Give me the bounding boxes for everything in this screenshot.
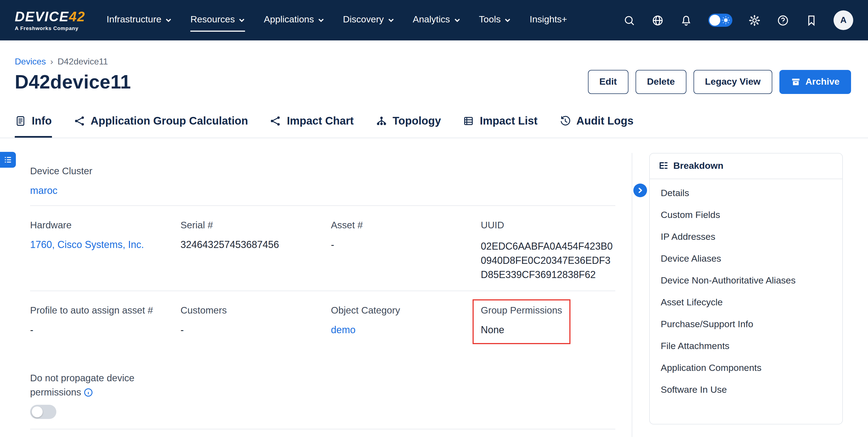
breakdown-item-details[interactable]: Details bbox=[650, 182, 842, 204]
logo-wordmark: DEVICE42 bbox=[15, 10, 85, 24]
delete-button[interactable]: Delete bbox=[636, 70, 686, 94]
hardware-info-row: Hardware 1760, Cisco Systems, Inc. Seria… bbox=[30, 206, 615, 291]
field-label: Device Cluster bbox=[30, 166, 615, 177]
bookmark-icon[interactable] bbox=[805, 14, 818, 27]
info-icon[interactable] bbox=[84, 388, 93, 397]
archive-button[interactable]: Archive bbox=[779, 70, 851, 94]
breakdown-item-ip-addresses[interactable]: IP Addresses bbox=[650, 226, 842, 248]
breakdown-item-software-in-use[interactable]: Software In Use bbox=[650, 379, 842, 401]
nav-label: Infrastructure bbox=[107, 14, 161, 25]
action-buttons: Edit Delete Legacy View Archive bbox=[588, 70, 851, 94]
tab-impact-list[interactable]: Impact List bbox=[463, 115, 537, 138]
profile-value: - bbox=[30, 325, 181, 336]
nav-item-infrastructure[interactable]: Infrastructure bbox=[107, 9, 172, 32]
nav-label: Discovery bbox=[343, 14, 384, 25]
serial-field: Serial # 324643257453687456 bbox=[181, 219, 331, 251]
breakdown-item-application-components[interactable]: Application Components bbox=[650, 357, 842, 379]
panel-divider bbox=[632, 153, 632, 437]
list-table-icon bbox=[463, 115, 474, 127]
uuid-value: 02EDC6AABFA0A454F423B00940D8FE0C20347E36… bbox=[481, 239, 615, 282]
sun-icon bbox=[721, 16, 730, 25]
avatar-initial: A bbox=[840, 15, 846, 25]
asset-value: - bbox=[331, 239, 481, 251]
tab-application-group-calculation[interactable]: Application Group Calculation bbox=[73, 115, 248, 138]
search-icon[interactable] bbox=[623, 14, 636, 27]
propagate-permissions-label-text: Do not propagate device permissions bbox=[30, 373, 134, 398]
tab-impact-chart[interactable]: Impact Chart bbox=[270, 115, 354, 138]
breakdown-item-purchase-support-info[interactable]: Purchase/Support Info bbox=[650, 313, 842, 335]
nav-label: Analytics bbox=[413, 14, 450, 25]
top-navigation-bar: DEVICE42 A Freshworks Company Infrastruc… bbox=[0, 0, 868, 40]
asset-field: Asset # - bbox=[331, 219, 481, 251]
device-info-panel: Device Cluster maroc Hardware 1760, Cisc… bbox=[30, 154, 615, 429]
customers-field: Customers - bbox=[181, 305, 331, 336]
field-label: Object Category bbox=[331, 305, 481, 316]
toggle-knob bbox=[32, 406, 43, 417]
title-row: D42device11 Edit Delete Legacy View Arch… bbox=[15, 70, 851, 94]
breakdown-title: Breakdown bbox=[673, 161, 723, 172]
gear-icon[interactable] bbox=[748, 14, 761, 27]
tab-label: Impact Chart bbox=[287, 115, 354, 127]
breakdown-item-custom-fields[interactable]: Custom Fields bbox=[650, 204, 842, 226]
theme-toggle[interactable] bbox=[708, 14, 732, 27]
group-permissions-value: None bbox=[481, 325, 562, 336]
breakdown-item-asset-lifecycle[interactable]: Asset Lifecycle bbox=[650, 292, 842, 313]
list-icon bbox=[4, 156, 12, 164]
archive-icon bbox=[790, 77, 801, 87]
breadcrumb: Devices › D42device11 bbox=[15, 57, 853, 67]
serial-value: 324643257453687456 bbox=[181, 239, 331, 251]
nav-item-resources[interactable]: Resources bbox=[190, 9, 245, 32]
customers-value: - bbox=[181, 325, 331, 336]
breakdown-item-device-non-authoritative-aliases[interactable]: Device Non-Authoritative Aliases bbox=[650, 270, 842, 292]
nav-item-insights[interactable]: Insights+ bbox=[530, 9, 567, 32]
breakdown-item-file-attachments[interactable]: File Attachments bbox=[650, 335, 842, 357]
nav-item-discovery[interactable]: Discovery bbox=[343, 9, 394, 32]
tab-label: Impact List bbox=[480, 115, 537, 127]
breadcrumb-current: D42device11 bbox=[57, 57, 108, 67]
legacy-view-button[interactable]: Legacy View bbox=[693, 70, 772, 94]
field-label: Customers bbox=[181, 305, 331, 316]
app-viewport: DEVICE42 A Freshworks Company Infrastruc… bbox=[0, 0, 868, 443]
user-avatar[interactable]: A bbox=[834, 10, 853, 30]
hardware-field: Hardware 1760, Cisco Systems, Inc. bbox=[30, 219, 181, 251]
tab-audit-logs[interactable]: Audit Logs bbox=[560, 115, 633, 138]
field-label: Asset # bbox=[331, 219, 481, 231]
tab-info[interactable]: Info bbox=[15, 115, 52, 138]
breadcrumb-separator: › bbox=[50, 57, 53, 67]
propagate-permissions-field: Do not propagate device permissions bbox=[30, 371, 615, 419]
collapse-panel-button[interactable] bbox=[633, 183, 647, 197]
field-label: UUID bbox=[481, 219, 615, 231]
detail-tabs: Info Application Group Calculation Impac… bbox=[0, 105, 868, 138]
logo-text-42: 42 bbox=[69, 9, 85, 24]
hardware-link[interactable]: 1760, Cisco Systems, Inc. bbox=[30, 239, 181, 251]
propagate-permissions-label: Do not propagate device permissions bbox=[30, 371, 158, 399]
tab-topology[interactable]: Topology bbox=[375, 115, 441, 138]
nav-item-analytics[interactable]: Analytics bbox=[413, 9, 460, 32]
tab-label: Application Group Calculation bbox=[91, 115, 248, 127]
content-area: Device Cluster maroc Hardware 1760, Cisc… bbox=[0, 154, 868, 437]
tab-label: Topology bbox=[393, 115, 441, 127]
group-permissions-highlight-box: Group Permissions None bbox=[472, 299, 570, 344]
nav-label: Applications bbox=[264, 14, 314, 25]
help-icon[interactable] bbox=[777, 14, 789, 27]
nav-item-tools[interactable]: Tools bbox=[479, 9, 511, 32]
edit-button[interactable]: Edit bbox=[588, 70, 628, 94]
side-panel-toggle-button[interactable] bbox=[0, 152, 16, 168]
globe-icon[interactable] bbox=[651, 14, 664, 27]
propagate-permissions-toggle[interactable] bbox=[30, 405, 56, 419]
share-nodes-icon bbox=[270, 115, 281, 127]
object-category-field: Object Category demo bbox=[331, 305, 481, 336]
history-clock-icon bbox=[560, 115, 571, 127]
chevron-down-icon bbox=[318, 17, 324, 24]
field-label: Profile to auto assign asset # bbox=[30, 305, 181, 316]
device42-logo[interactable]: DEVICE42 A Freshworks Company bbox=[15, 10, 85, 31]
device-cluster-link[interactable]: maroc bbox=[30, 185, 615, 197]
list-tree-icon bbox=[658, 161, 669, 171]
bell-icon[interactable] bbox=[680, 14, 692, 27]
nav-item-applications[interactable]: Applications bbox=[264, 9, 324, 32]
breakdown-header: Breakdown bbox=[650, 154, 842, 179]
breakdown-item-device-aliases[interactable]: Device Aliases bbox=[650, 248, 842, 270]
breadcrumb-devices-link[interactable]: Devices bbox=[15, 57, 46, 67]
main-nav: Infrastructure Resources Applications Di… bbox=[97, 0, 577, 40]
object-category-link[interactable]: demo bbox=[331, 325, 481, 336]
